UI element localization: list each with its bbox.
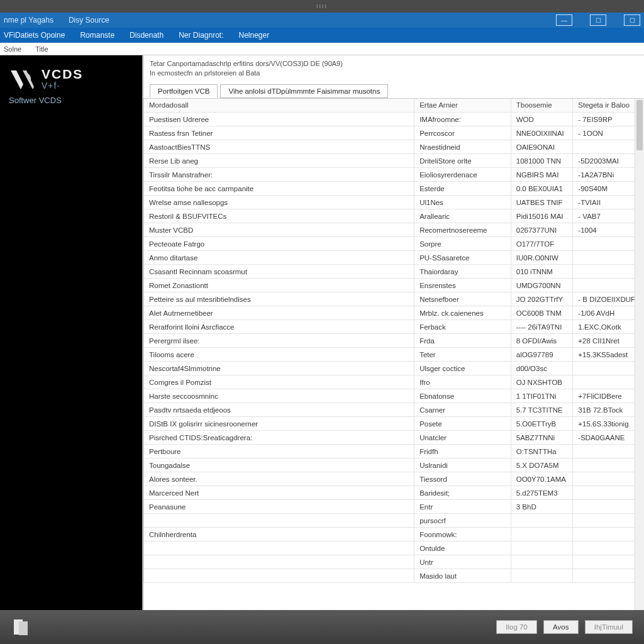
logo: VCDS V+f· [9,67,133,93]
cell: IU0R.O0NIW [511,251,573,265]
col-header-2[interactable]: Tboosemie [511,99,573,113]
table-row[interactable]: DIStB IX golisrirr sicinesroonernerPoset… [144,417,644,431]
footer-button-2[interactable]: IhjTimuul [585,620,633,634]
cell: Pidi15016 MAI [511,209,573,223]
logo-text-secondary: V+f· [42,80,83,91]
table-row[interactable]: Puestisen UdrereeIMAfroomne:WOD- 7EIS9RP [144,113,644,126]
table-row[interactable]: Harste seccoosmnincEbnatonse1 1TIF01TNi+… [144,389,644,403]
cell [573,362,644,375]
menu2-item-4[interactable]: Nelneger [239,31,270,40]
table-row[interactable]: Romet ZonastionttEnsrenstesUMDG700NN [144,279,644,292]
menu2-item-0[interactable]: VFiDatiets Opoine [4,31,65,40]
minimize-icon[interactable]: — [556,14,572,26]
cell: +15.6S.33tionig [573,417,644,431]
cell: Wrelse amse nallesopgs [144,196,414,209]
tab-row: Portfoitgen VCB Vihe anlolsi dTDpülmmmte… [143,80,644,98]
table-row[interactable]: Wrelse amse nallesopgsUl1NesUATBES TNIF-… [144,196,644,209]
cell [573,445,644,458]
cell: Comgres il Pomzist [144,375,414,389]
cell: Pasdtv nrtsaeda etdjeoos [144,403,414,417]
cell: UMDG700NN [511,279,573,292]
cell [573,528,644,541]
table-row[interactable]: Restoril & BSUFVITECsArallearicPidi15016… [144,209,644,223]
table-row[interactable]: Pecteoate FatrgoSorpreO177/7TOF [144,237,644,251]
cell [573,486,644,500]
menubar-tertiary: Solne Title [0,43,644,55]
cell: OC600B TNM [511,306,573,320]
data-grid: Mordadosall Ertae Arnier Tboosemie Stege… [143,99,644,584]
menu2-item-2[interactable]: Disdenath [130,31,164,40]
menu1-item-0[interactable]: nme pl Yagahs [4,16,53,25]
table-row[interactable]: Pasdtv nrtsaeda etdjeoosCsarner5.7 TC3TI… [144,403,644,417]
cell: ---- 26iTA9TNI [511,320,573,334]
table-row[interactable]: Anmo ditartasePU-SSasaretceIU0R.O0NIW [144,251,644,265]
scrollbar-vertical[interactable] [635,99,644,610]
cell: Untr [414,555,511,569]
table-row[interactable]: pursocrf [144,514,644,528]
cell: Fridfh [414,445,511,458]
menu2-item-1[interactable]: Romanste [80,31,114,40]
menu3-item-1[interactable]: Title [35,45,48,53]
table-row[interactable]: Perergrml ilsee:Frda8 OFDI/Awis+28 CII1N… [144,334,644,348]
main-panel: Tetar Canportamadaschrlp erfitins dors/V… [143,55,644,610]
cell [573,279,644,292]
table-row[interactable]: Tirssilr Manstrafner:EioliosyrerdenaceNG… [144,168,644,182]
cell: UATBES TNIF [511,196,573,209]
table-row[interactable]: AastoactBiesTTNSNraestidneidOAlE9ONAI [144,140,644,154]
table-row[interactable]: Tilooms acereTeteralOG97789+15.3KS5adest [144,348,644,362]
cell [511,569,573,583]
table-row[interactable]: Rerse Lib anegDriteliStore orlte1081000 … [144,154,644,168]
table-row[interactable]: Marcerced NertBaridesit;5.d275TEM3 [144,486,644,500]
cell: 5.O0ETTryB [511,417,573,431]
table-row[interactable]: PeanasuneEntr3 BhD [144,500,644,514]
menu2-item-3[interactable]: Ner Diagnrot: [179,31,223,40]
cell: Petteire ss aul mtesribtielndises [144,292,414,306]
cell: 0.0 BEX0UIA1 [511,182,573,196]
document-icon[interactable] [11,618,33,636]
cell: 3 BhD [511,500,573,514]
cell: Anmo ditartase [144,251,414,265]
table-row[interactable]: Alores sonteer.TiessordOO0Y70.1AMA [144,472,644,486]
table-row[interactable]: Reratforint lloini AsrcfiacceFerback----… [144,320,644,334]
cell: NNE0OIXIINAI [511,126,573,140]
table-row[interactable]: PertboureFridfhO:TSNTTHa [144,445,644,458]
table-row[interactable]: Csasantl Recinnam scoasrmutThaiordaray01… [144,265,644,279]
table-row[interactable]: Ontulde [144,541,644,555]
close-icon[interactable]: ☐ [624,14,640,26]
table-row[interactable]: Alet AutrnernetibeerMrblz. ck.caienenesO… [144,306,644,320]
table-row[interactable]: ToungadalseUslranidi5.X DO7A5M [144,458,644,472]
footer-button-0[interactable]: Ilog 70 [496,620,537,634]
cell: Baridesit; [414,486,511,500]
table-row[interactable]: Muster VCBDRecomertnosereeme0267377UNI-1… [144,223,644,237]
cell: Ul1Nes [414,196,511,209]
cell: Ebnatonse [414,389,511,403]
table-row[interactable]: ChilnherdrentaFoonmowk: [144,528,644,541]
menu1-item-1[interactable]: Disy Source [69,16,109,25]
maximize-icon[interactable]: ☐ [590,14,606,26]
col-header-3[interactable]: Stegeta ir Baloo [573,99,644,113]
cell: 5.d275TEM3 [511,486,573,500]
table-row[interactable]: Feotitsa tiohe be acc carmpaniteEsterde0… [144,182,644,196]
cell: -1/06 AVdH [573,306,644,320]
table-row[interactable]: Nescortaf4SlmmotnneUlsger cocticed00/O3s… [144,362,644,375]
table-row[interactable]: Untr [144,555,644,569]
table-row[interactable]: Comgres il PomzistIfroOJ NXSHTOB [144,375,644,389]
col-header-1[interactable]: Ertae Arnier [414,99,511,113]
footer-button-1[interactable]: Avos [543,620,579,634]
menubar-secondary: VFiDatiets Opoine Romanste Disdenath Ner… [0,28,644,43]
table-row[interactable]: Petteire ss aul mtesribtielndisesNetsnef… [144,292,644,306]
cell: Esterde [414,182,511,196]
table-row[interactable]: Masido laut [144,569,644,583]
table-row[interactable]: Pisrched CTIDS:Sreaticagdrera:Unatcler5A… [144,431,644,445]
tab-0[interactable]: Portfoitgen VCB [150,84,218,98]
table-row[interactable]: Rastess frsn TetinerPerrcoscorNNE0OIXIIN… [144,126,644,140]
menu3-item-0[interactable]: Solne [4,45,21,53]
col-header-0[interactable]: Mordadosall [144,99,414,113]
scrollbar-thumb[interactable] [636,100,643,150]
cell: O177/7TOF [511,237,573,251]
tab-1[interactable]: Vihe anlolsi dTDpülmmmte Faisimmar musot… [220,84,388,98]
cell: Recomertnosereeme [414,223,511,237]
cell: Posete [414,417,511,431]
cell: Frda [414,334,511,348]
cell [511,555,573,569]
